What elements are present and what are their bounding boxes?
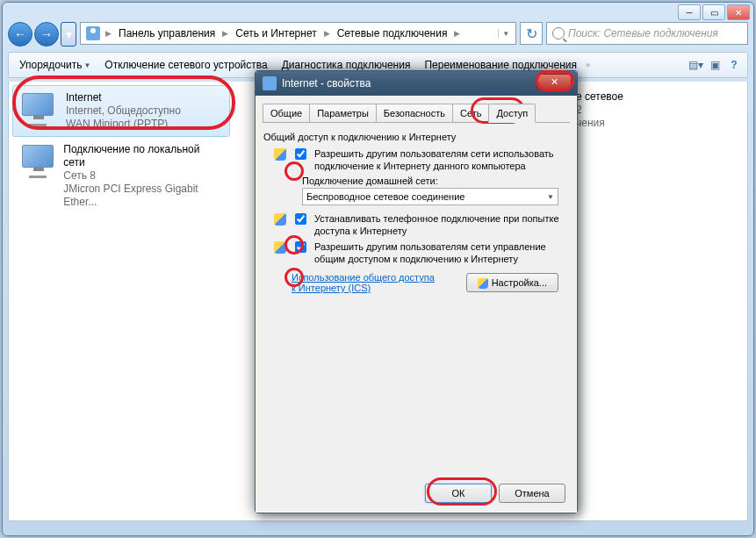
nav-back-button[interactable]: ← <box>8 22 32 47</box>
connection-icon <box>18 91 57 126</box>
dialog-close-button[interactable]: ✕ <box>536 74 572 90</box>
nc-icon <box>86 26 100 40</box>
connection-item-lan[interactable]: Подключение по локальной сети Сеть 8 JMi… <box>12 137 230 215</box>
connection-device: чения <box>576 117 741 130</box>
allow-control-label: Разрешить другим пользователям сети упра… <box>314 240 569 265</box>
connection-item-internet[interactable]: Internet Internet, Общедоступно WAN Mini… <box>12 85 230 137</box>
connection-device: JMicron PCI Express Gigabit Ether... <box>63 183 224 209</box>
properties-dialog: Internet - свойства ✕ Общие Параметры Бе… <box>255 70 578 513</box>
settings-button[interactable]: Настройка... <box>466 273 558 292</box>
close-button[interactable]: ✕ <box>727 4 750 20</box>
connection-status: Сеть 8 <box>63 169 224 183</box>
connection-device: WAN Miniport (PPTP) <box>66 118 181 131</box>
allow-sharing-checkbox[interactable] <box>295 148 306 160</box>
address-bar-row: ← → ▾ ▶ Панель управления ▶ Сеть и Интер… <box>8 22 748 48</box>
bc-sep: ▶ <box>220 29 230 38</box>
shield-icon <box>274 213 286 226</box>
allow-sharing-label: Разрешить другим пользователям сети испо… <box>314 147 569 172</box>
allow-control-checkbox[interactable] <box>295 241 306 253</box>
ics-link-row: Использование общего доступа к Интернету… <box>292 272 558 293</box>
dial-on-demand-label: Устанавливать телефонное подключение при… <box>314 212 569 237</box>
allow-sharing-row: Разрешить другим пользователям сети испо… <box>274 147 569 172</box>
cancel-button[interactable]: Отмена <box>499 484 565 503</box>
breadcrumb-network-internet[interactable]: Сеть и Интернет <box>230 27 321 39</box>
dial-on-demand-checkbox[interactable] <box>295 213 306 225</box>
connection-name: е сетевое <box>576 90 741 104</box>
shield-icon <box>478 278 488 289</box>
dial-on-demand-row: Устанавливать телефонное подключение при… <box>274 212 569 237</box>
nav-forward-button[interactable]: → <box>34 22 59 47</box>
connection-name: Подключение по локальной сети <box>63 143 224 169</box>
allow-control-row: Разрешить другим пользователям сети упра… <box>274 240 569 265</box>
help-button[interactable]: ? <box>724 55 744 75</box>
search-input[interactable]: Поиск: Сетевые подключения <box>546 22 748 45</box>
dialog-body: Общие Параметры Безопасность Сеть Доступ… <box>256 96 577 513</box>
breadcrumb[interactable]: ▶ Панель управления ▶ Сеть и Интернет ▶ … <box>80 22 516 45</box>
connection-status: 2 <box>576 104 741 117</box>
disable-device-button[interactable]: Отключение сетевого устройства <box>97 55 274 75</box>
chevron-down-icon: ▼ <box>547 193 554 201</box>
tab-parameters[interactable]: Параметры <box>309 104 377 122</box>
ics-group: Общий доступ к подключению к Интернету Р… <box>263 132 569 293</box>
group-label: Общий доступ к подключению к Интернету <box>263 132 569 142</box>
tab-general[interactable]: Общие <box>263 104 310 122</box>
maximize-button[interactable]: ▭ <box>702 4 725 20</box>
ok-button[interactable]: ОК <box>425 484 492 503</box>
tab-sharing[interactable]: Доступ <box>488 104 536 123</box>
view-mode-button[interactable]: ▤▾ <box>686 55 705 75</box>
dialog-title: Internet - свойства <box>282 77 371 90</box>
dialog-footer: ОК Отмена <box>425 484 565 503</box>
home-network-value: Беспроводное сетевое соединение <box>306 191 464 202</box>
window-titlebar: ─ ▭ ✕ <box>3 3 753 22</box>
shield-icon <box>274 241 286 254</box>
connection-item-wireless-partial[interactable]: е сетевое 2 чения <box>571 82 746 139</box>
shield-icon <box>274 148 286 161</box>
search-placeholder: Поиск: Сетевые подключения <box>568 27 718 39</box>
tab-security[interactable]: Безопасность <box>376 104 453 122</box>
bc-sep: ▶ <box>452 29 462 38</box>
tab-network[interactable]: Сеть <box>452 104 489 122</box>
ics-help-link[interactable]: Использование общего доступа к Интернету… <box>292 272 441 293</box>
breadcrumb-control-panel[interactable]: Панель управления <box>113 27 220 39</box>
dialog-tabs: Общие Параметры Безопасность Сеть Доступ <box>263 104 570 123</box>
home-network-label: Подключение домашней сети: <box>302 176 569 186</box>
nav-history-button[interactable]: ▾ <box>61 22 76 47</box>
refresh-button[interactable]: ↻ <box>520 22 543 45</box>
connection-name: Internet <box>66 91 181 104</box>
connection-status: Internet, Общедоступно <box>66 104 181 118</box>
breadcrumb-dropdown[interactable]: ▾ <box>498 29 514 38</box>
breadcrumb-network-connections[interactable]: Сетевые подключения <box>332 27 453 39</box>
preview-pane-button[interactable]: ▣ <box>705 55 724 75</box>
dialog-icon <box>263 76 277 90</box>
connection-icon <box>18 143 54 178</box>
minimize-button[interactable]: ─ <box>678 4 701 20</box>
bc-sep: ▶ <box>104 29 113 38</box>
toolbar-overflow[interactable]: » <box>584 61 592 69</box>
organize-button[interactable]: Упорядочить▼ <box>12 55 97 75</box>
home-network-select[interactable]: Беспроводное сетевое соединение ▼ <box>302 188 558 205</box>
search-icon <box>552 27 565 39</box>
dialog-titlebar[interactable]: Internet - свойства ✕ <box>256 71 577 96</box>
bc-sep: ▶ <box>322 29 332 38</box>
